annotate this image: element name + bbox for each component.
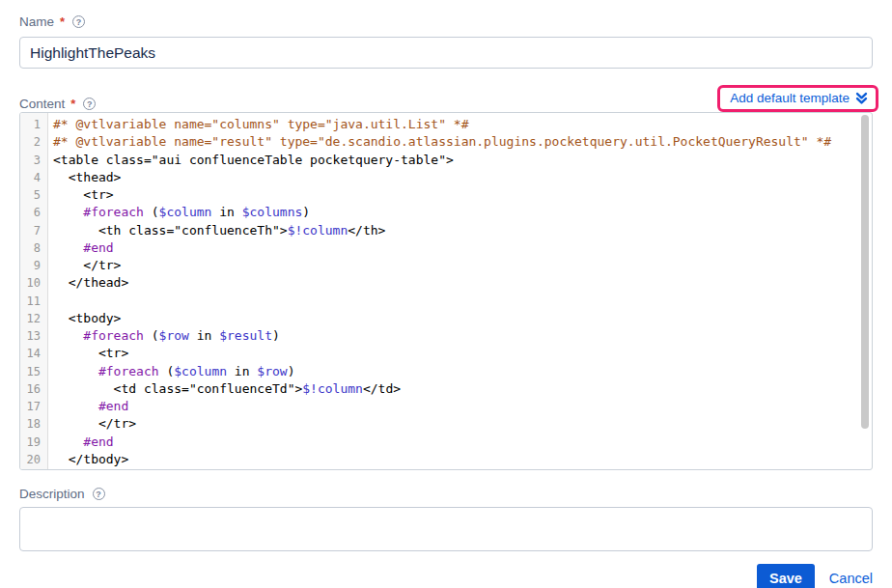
code-line[interactable]: <tr>: [53, 345, 858, 362]
line-number: 3: [20, 152, 47, 169]
line-number: 20: [20, 451, 47, 468]
line-number: 12: [20, 310, 47, 327]
content-help-icon[interactable]: ?: [83, 98, 96, 110]
add-default-template-label: Add default template: [730, 91, 850, 105]
code-line[interactable]: <table class="aui confluenceTable pocket…: [53, 152, 858, 169]
editor-gutter: 1234567891011121314151617181920: [20, 113, 48, 469]
code-line[interactable]: <thead>: [53, 169, 858, 186]
editor-scrollbar[interactable]: [861, 115, 869, 429]
line-number: 16: [20, 380, 47, 398]
code-line[interactable]: [53, 293, 858, 310]
description-row: Description ?: [19, 486, 873, 555]
code-line[interactable]: #foreach ($row in $result): [53, 327, 858, 345]
line-number: 11: [20, 293, 47, 310]
line-number: 9: [20, 257, 47, 274]
name-label-row: Name * ?: [19, 14, 873, 30]
code-line[interactable]: #end: [53, 239, 858, 257]
name-label: Name: [19, 14, 54, 29]
code-line[interactable]: #end: [53, 434, 858, 451]
line-number: 18: [20, 415, 47, 433]
description-input[interactable]: [19, 507, 873, 551]
name-help-icon[interactable]: ?: [72, 15, 85, 28]
code-line[interactable]: #foreach ($column in $columns): [53, 204, 858, 221]
content-label: Content: [19, 97, 65, 111]
code-line[interactable]: <td class="confluenceTd">$!column</td>: [53, 380, 858, 398]
name-required-marker: *: [60, 14, 65, 29]
line-number: 19: [20, 434, 47, 451]
content-label-row: Content * ?: [19, 96, 96, 112]
code-editor[interactable]: 1234567891011121314151617181920 #* @vtlv…: [19, 112, 873, 470]
code-line[interactable]: <th class="confluenceTh">$!column</th>: [53, 222, 858, 239]
description-label-row: Description ?: [19, 486, 873, 502]
line-number: 10: [20, 274, 47, 292]
content-required-marker: *: [70, 97, 75, 111]
line-number: 14: [20, 345, 47, 362]
code-line[interactable]: #foreach ($column in $row): [53, 363, 858, 380]
line-number: 4: [20, 169, 47, 186]
code-line[interactable]: <tbody>: [53, 310, 858, 327]
line-number: 6: [20, 204, 47, 221]
save-button[interactable]: Save: [757, 564, 815, 588]
cancel-button[interactable]: Cancel: [829, 571, 873, 586]
add-default-template-highlight: Add default template: [717, 85, 878, 112]
line-number: 13: [20, 327, 47, 345]
code-lines[interactable]: #* @vtlvariable name="columns" type="jav…: [48, 113, 872, 469]
line-number: 5: [20, 186, 47, 204]
line-number: 8: [20, 239, 47, 257]
line-number: 2: [20, 133, 47, 151]
content-header: Content * ? Add default template: [19, 82, 873, 112]
line-number: 15: [20, 363, 47, 380]
code-line[interactable]: </thead>: [53, 274, 858, 292]
name-input[interactable]: [19, 37, 873, 69]
add-default-template-button[interactable]: Add default template: [730, 91, 868, 105]
line-number: 7: [20, 222, 47, 239]
code-line[interactable]: #end: [53, 398, 858, 415]
code-line[interactable]: #* @vtlvariable name="result" type="de.s…: [53, 133, 858, 151]
description-help-icon[interactable]: ?: [93, 488, 105, 500]
description-label: Description: [19, 487, 85, 501]
double-chevron-down-icon: [855, 92, 868, 105]
code-line[interactable]: </tbody>: [53, 451, 858, 468]
code-line[interactable]: </tr>: [53, 257, 858, 274]
code-line[interactable]: <tr>: [53, 186, 858, 204]
line-number: 1: [20, 116, 47, 133]
code-line[interactable]: </tr>: [53, 415, 858, 433]
form-actions: Save Cancel: [19, 564, 873, 588]
template-edit-form: Name * ? Content * ? Add default templat…: [0, 0, 892, 588]
line-number: 17: [20, 398, 47, 415]
code-line[interactable]: #* @vtlvariable name="columns" type="jav…: [53, 116, 858, 133]
